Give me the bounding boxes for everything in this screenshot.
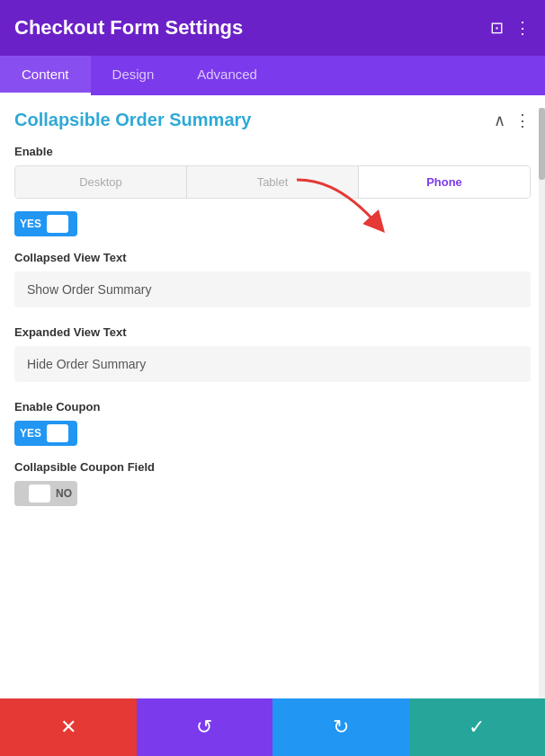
screenshot-icon[interactable]: ⊡ [490,18,504,38]
scrollbar-thumb[interactable] [539,108,545,180]
action-bar: ✕ ↺ ↻ ✓ [0,698,545,756]
enable-toggle[interactable]: YES [14,211,77,236]
undo-button[interactable]: ↺ [137,698,273,756]
tab-design[interactable]: Design [91,56,176,95]
enable-toggle-wrap: YES [14,211,531,236]
collapsed-view-text-input[interactable] [14,271,531,307]
collapse-icon[interactable]: ∧ [494,111,505,130]
collapsible-coupon-toggle-label: NO [56,487,72,500]
collapsible-coupon-toggle-wrap: NO [14,481,531,506]
device-tab-desktop[interactable]: Desktop [15,166,187,198]
collapsible-coupon-label: Collapsible Coupon Field [14,460,531,474]
enable-coupon-toggle[interactable]: YES [14,421,77,446]
device-tab-phone[interactable]: Phone [359,166,530,198]
expanded-view-text-input[interactable] [14,346,531,382]
main-content: Collapsible Order Summary ∧ ⋮ Enable Des… [0,95,545,686]
redo-button[interactable]: ↻ [272,698,409,756]
cancel-button[interactable]: ✕ [0,698,137,756]
scrollbar[interactable] [539,108,545,698]
enable-coupon-toggle-wrap: YES [14,421,531,446]
collapsed-view-text-label: Collapsed View Text [14,251,531,264]
section-header: Collapsible Order Summary ∧ ⋮ [14,110,531,130]
section-controls: ∧ ⋮ [494,111,531,130]
main-tabs: Content Design Advanced [0,56,545,95]
header-actions: ⊡ ⋮ [490,18,531,38]
enable-coupon-toggle-knob [47,424,68,442]
enable-label: Enable [14,145,531,158]
device-tab-tablet[interactable]: Tablet [187,166,359,198]
more-options-icon[interactable]: ⋮ [514,18,531,38]
confirm-button[interactable]: ✓ [409,698,546,756]
collapsible-coupon-toggle-knob [29,485,50,503]
enable-toggle-knob [47,215,68,233]
section-more-icon[interactable]: ⋮ [514,111,531,130]
header: Checkout Form Settings ⊡ ⋮ [0,0,545,56]
collapsible-coupon-toggle[interactable]: NO [14,481,77,506]
enable-coupon-label: Enable Coupon [14,400,531,414]
device-tabs: Desktop Tablet Phone [14,165,531,199]
section-title: Collapsible Order Summary [14,110,251,130]
enable-coupon-toggle-label: YES [20,427,41,440]
page-title: Checkout Form Settings [14,16,243,40]
tab-content[interactable]: Content [0,56,91,95]
expanded-view-text-label: Expanded View Text [14,325,531,339]
enable-toggle-label: YES [20,218,41,230]
tab-advanced[interactable]: Advanced [175,56,279,95]
